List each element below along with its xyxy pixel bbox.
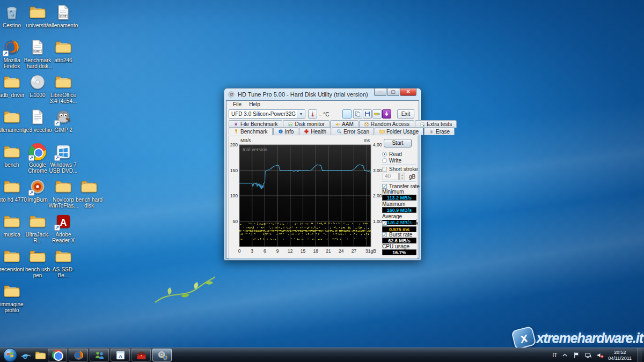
desktop-icon-libreoffice-3-4-4e54[interactable]: LibreOffice 3.4 (4e54... <box>48 73 78 104</box>
capture-button[interactable] <box>342 109 352 119</box>
tab-error-scan[interactable]: Error Scan <box>332 127 374 135</box>
explorer-icon <box>35 350 46 361</box>
spinner-arrows[interactable]: ▲▼ <box>399 173 405 180</box>
shortcut-arrow-icon: ➚ <box>54 120 60 126</box>
tab-health[interactable]: Health <box>299 127 331 135</box>
aam-icon <box>335 122 340 127</box>
stroke-size-input[interactable]: 40 <box>383 173 399 180</box>
tab-label: Folder Usage <box>386 129 419 135</box>
taskbar-item-internet-explorer[interactable]: e <box>20 349 32 361</box>
tab-info[interactable]: iInfo <box>273 127 299 135</box>
cpu-usage-label: CPU usage <box>382 243 409 249</box>
desktop-icon-immagine-profilo[interactable]: immagine profilo <box>0 282 27 313</box>
menu-item-help[interactable]: Help <box>245 101 264 108</box>
hdtune-icon <box>157 350 168 361</box>
show-desktop-button[interactable] <box>638 348 642 362</box>
desktop-icon-bench-hard-disk[interactable]: bench hard disk <box>74 178 104 209</box>
temperature-button[interactable] <box>308 109 317 119</box>
extra-tests-icon <box>420 122 425 127</box>
language-indicator[interactable]: IT <box>552 352 557 358</box>
close-button[interactable]: ✕ <box>400 88 416 96</box>
burst-rate-value: 62.6 MB/s <box>382 238 416 243</box>
folder-icon <box>54 73 72 91</box>
benchmark-chart: trial versionMB/sms200150100504.003.002.… <box>229 136 382 258</box>
shortcut-arrow-icon: ➚ <box>54 155 60 161</box>
svg-text:100: 100 <box>230 193 238 198</box>
read-radio[interactable]: Read <box>382 151 402 157</box>
folder-icon <box>28 212 47 231</box>
desktop-icon-windows-7-usb-dvd[interactable]: ➚Windows 7 USB DVD... <box>48 143 78 174</box>
tab-folder-usage[interactable]: Folder Usage <box>375 127 423 135</box>
network-icon[interactable] <box>584 351 592 359</box>
taskbar-item-firefox[interactable] <box>69 349 88 361</box>
window-client: FileHelp UFD 3.0 Silicon-Power32G (31 gB… <box>226 100 419 258</box>
exit-button[interactable]: Exit <box>397 109 414 119</box>
title-bar[interactable]: HD Tune Pro 5.00 - Hard Disk Utility (tr… <box>224 88 421 100</box>
tab-label: Extra tests <box>427 121 452 127</box>
save-button[interactable] <box>363 109 372 119</box>
minimum-label: Minimum <box>382 189 404 195</box>
svg-text:31gB: 31gB <box>365 248 376 254</box>
write-radio[interactable]: Write <box>382 158 401 164</box>
svg-text:12: 12 <box>288 248 293 254</box>
start-button[interactable]: Start <box>384 139 412 147</box>
chrome-icon: ➚ <box>28 143 47 161</box>
svg-text:A: A <box>118 353 122 359</box>
clock[interactable]: 20:52 04/11/2011 <box>608 350 634 361</box>
tab-row-primary: BenchmarkiInfoHealthError ScanFolder Usa… <box>229 127 455 135</box>
start-button[interactable] <box>3 348 17 362</box>
svg-text:6: 6 <box>264 248 266 254</box>
maximize-button[interactable]: ▢ <box>387 88 399 96</box>
messenger-icon <box>94 350 105 361</box>
taskbar-item-windows-explorer[interactable] <box>35 349 46 361</box>
tab-disk-monitor[interactable]: Disk monitor <box>283 120 330 128</box>
taskbar-item-live-writer[interactable]: A <box>111 349 130 361</box>
svg-text:A: A <box>60 217 67 228</box>
hidden-icons-chevron-icon[interactable] <box>561 351 569 359</box>
checkbox-icon <box>382 184 387 189</box>
ie-icon: e <box>20 350 32 361</box>
desktop-icon-label: Adobe Reader X <box>48 232 78 243</box>
benchmark-panel: trial versionMB/sms200150100504.003.002.… <box>228 136 418 258</box>
taskbar-item-messenger[interactable] <box>90 349 109 361</box>
drive-selector[interactable]: UFD 3.0 Silicon-Power32G (31 gB) ▼ <box>229 109 305 119</box>
taskbar-item-google-chrome[interactable] <box>48 349 67 361</box>
tab-aam[interactable]: AAM <box>330 120 358 128</box>
tab-extra-tests[interactable]: Extra tests <box>415 120 457 128</box>
copy-button[interactable] <box>353 109 362 119</box>
burst-rate-checkbox[interactable]: Burst rate <box>382 232 412 238</box>
tab-label: Disk monitor <box>295 121 325 127</box>
desktop-icon-adobe-reader-x[interactable]: A➚Adobe Reader X <box>48 212 78 243</box>
tab-file-benchmark[interactable]: File Benchmark <box>229 120 282 128</box>
short-stroke-checkbox[interactable]: Short stroke <box>382 166 418 172</box>
copy-icon <box>354 110 361 117</box>
update-button[interactable] <box>382 109 391 119</box>
svg-text:21: 21 <box>326 248 331 254</box>
desktop-icon-as-ssd-be[interactable]: AS-SSD-Be... <box>48 247 78 278</box>
disk-monitor-icon <box>288 122 293 127</box>
minimize-button[interactable]: — <box>374 88 386 96</box>
divider <box>382 181 416 182</box>
tab-erase[interactable]: Erase <box>424 127 455 135</box>
access-time-checkbox[interactable]: Access time <box>382 220 418 226</box>
usb-button[interactable] <box>372 109 382 119</box>
winapp-icon: ➚ <box>54 143 72 161</box>
folder-icon <box>3 143 21 161</box>
tab-random-access[interactable]: Random Access <box>359 120 414 128</box>
tab-benchmark[interactable]: Benchmark <box>229 127 273 135</box>
taskbar-item-hdtune[interactable] <box>152 349 172 361</box>
watermark-text: xtremehardware.it <box>537 330 643 346</box>
tab-label: Error Scan <box>343 129 369 135</box>
taskbar-item-toolbox[interactable] <box>131 349 151 361</box>
action-center-flag-icon[interactable] <box>573 351 581 359</box>
checkbox-icon <box>382 167 387 172</box>
desktop-icon-atto246[interactable]: atto246 <box>48 38 78 63</box>
menu-item-file[interactable]: File <box>229 101 245 108</box>
odt-icon: ODT <box>28 38 47 56</box>
desktop-icon-allenamento[interactable]: ODTallenamento <box>48 3 78 28</box>
info-icon: i <box>278 129 283 134</box>
desktop-icon-gimp-2[interactable]: ➚GIMP 2 <box>48 108 78 133</box>
update-icon <box>383 110 390 117</box>
volume-muted-icon[interactable] <box>596 351 604 359</box>
maximum-label: Maximum <box>382 201 405 207</box>
